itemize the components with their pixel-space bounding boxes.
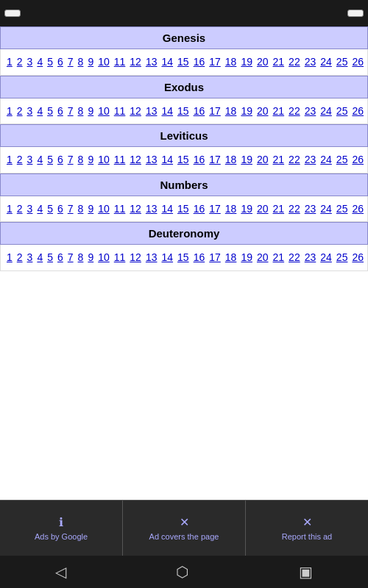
chapter-link[interactable]: 12 — [130, 105, 141, 117]
chapter-link[interactable]: 19 — [241, 56, 252, 68]
chapter-link[interactable]: 20 — [257, 105, 269, 117]
chapter-link[interactable]: 10 — [98, 251, 110, 263]
chapter-link[interactable]: 13 — [146, 251, 158, 263]
chapter-link[interactable]: 21 — [273, 203, 285, 215]
chapter-link[interactable]: 4 — [37, 56, 43, 68]
chapter-link[interactable]: 20 — [257, 251, 269, 263]
chapter-link[interactable]: 3 — [27, 105, 33, 117]
chapter-link[interactable]: 25 — [336, 154, 348, 165]
chapter-link[interactable]: 1 — [7, 56, 13, 68]
chapter-link[interactable]: 11 — [114, 203, 126, 215]
chapter-link[interactable]: 16 — [194, 203, 205, 215]
chapter-link[interactable]: 14 — [161, 154, 173, 165]
chapter-link[interactable]: 10 — [98, 154, 110, 165]
chapter-link[interactable]: 2 — [17, 56, 23, 68]
chapter-link[interactable]: 24 — [320, 105, 332, 117]
chapter-link[interactable]: 17 — [209, 203, 221, 215]
voice-button[interactable] — [347, 10, 364, 17]
chapter-link[interactable]: 13 — [146, 203, 158, 215]
chapter-link[interactable]: 17 — [209, 251, 221, 263]
chapter-link[interactable]: 17 — [209, 154, 221, 165]
chapter-link[interactable]: 6 — [57, 203, 63, 215]
chapter-link[interactable]: 19 — [241, 203, 252, 215]
chapter-link[interactable]: 18 — [225, 154, 237, 165]
chapter-link[interactable]: 16 — [194, 154, 205, 165]
chapter-link[interactable]: 6 — [57, 251, 63, 263]
chapter-link[interactable]: 26 — [352, 251, 364, 263]
chapter-link[interactable]: 24 — [320, 56, 332, 68]
chapter-link[interactable]: 1 — [7, 203, 13, 215]
chapter-link[interactable]: 20 — [257, 56, 269, 68]
chapter-link[interactable]: 1 — [7, 154, 13, 165]
chapter-link[interactable]: 12 — [130, 203, 141, 215]
chapter-link[interactable]: 9 — [88, 105, 93, 117]
chapter-link[interactable]: 12 — [130, 154, 141, 165]
chapter-link[interactable]: 26 — [352, 56, 364, 68]
chapter-link[interactable]: 23 — [305, 56, 316, 68]
chapter-link[interactable]: 22 — [289, 56, 300, 68]
chapter-link[interactable]: 7 — [68, 203, 74, 215]
ad-section-0[interactable]: ℹAds by Google — [0, 501, 123, 556]
chapter-link[interactable]: 21 — [273, 154, 285, 165]
chapter-link[interactable]: 7 — [68, 154, 74, 165]
chapter-link[interactable]: 3 — [27, 154, 33, 165]
chapter-link[interactable]: 13 — [146, 154, 158, 165]
chapter-link[interactable]: 10 — [98, 203, 110, 215]
ad-section-2[interactable]: ✕Report this ad — [246, 501, 368, 556]
chapter-link[interactable]: 25 — [336, 251, 348, 263]
chapter-link[interactable]: 23 — [305, 154, 316, 165]
chapter-link[interactable]: 21 — [273, 105, 285, 117]
chapter-link[interactable]: 17 — [209, 56, 221, 68]
chapter-link[interactable]: 8 — [78, 56, 84, 68]
chapter-link[interactable]: 23 — [305, 105, 316, 117]
chapter-link[interactable]: 18 — [225, 251, 237, 263]
chapter-link[interactable]: 11 — [114, 56, 126, 68]
chapter-link[interactable]: 23 — [305, 251, 316, 263]
chapter-link[interactable]: 15 — [177, 105, 189, 117]
chapter-link[interactable]: 15 — [177, 203, 189, 215]
chapter-link[interactable]: 7 — [68, 105, 74, 117]
chapter-link[interactable]: 1 — [7, 105, 13, 117]
chapter-link[interactable]: 3 — [27, 203, 33, 215]
ad-section-1[interactable]: ✕Ad covers the page — [123, 501, 246, 556]
recents-nav-button[interactable]: ▣ — [284, 559, 328, 585]
chapter-link[interactable]: 11 — [114, 154, 126, 165]
chapter-link[interactable]: 14 — [161, 105, 173, 117]
chapter-link[interactable]: 19 — [241, 154, 252, 165]
chapter-link[interactable]: 5 — [47, 154, 53, 165]
chapter-link[interactable]: 8 — [78, 105, 84, 117]
chapter-link[interactable]: 2 — [17, 251, 23, 263]
chapter-link[interactable]: 13 — [146, 105, 158, 117]
chapter-link[interactable]: 8 — [78, 251, 84, 263]
chapter-link[interactable]: 21 — [273, 251, 285, 263]
chapter-link[interactable]: 18 — [225, 56, 237, 68]
chapter-link[interactable]: 9 — [88, 251, 93, 263]
chapter-link[interactable]: 20 — [257, 154, 269, 165]
chapter-link[interactable]: 10 — [98, 105, 110, 117]
chapter-link[interactable]: 9 — [88, 203, 93, 215]
chapter-link[interactable]: 10 — [98, 56, 110, 68]
chapter-link[interactable]: 22 — [289, 251, 300, 263]
chapter-link[interactable]: 25 — [336, 56, 348, 68]
chapter-link[interactable]: 16 — [194, 105, 205, 117]
chapter-link[interactable]: 19 — [241, 105, 252, 117]
chapter-link[interactable]: 16 — [194, 56, 205, 68]
chapter-link[interactable]: 1 — [7, 251, 13, 263]
chapter-link[interactable]: 24 — [320, 154, 332, 165]
chapter-link[interactable]: 26 — [352, 154, 364, 165]
chapter-link[interactable]: 25 — [336, 203, 348, 215]
chapter-link[interactable]: 22 — [289, 154, 300, 165]
share-button[interactable] — [4, 10, 21, 17]
chapter-link[interactable]: 26 — [352, 203, 364, 215]
chapter-link[interactable]: 20 — [257, 203, 269, 215]
chapter-link[interactable]: 6 — [57, 56, 63, 68]
chapter-link[interactable]: 5 — [47, 203, 53, 215]
chapter-link[interactable]: 5 — [47, 105, 53, 117]
chapter-link[interactable]: 4 — [37, 154, 43, 165]
chapter-link[interactable]: 24 — [320, 203, 332, 215]
chapter-link[interactable]: 25 — [336, 105, 348, 117]
chapter-link[interactable]: 21 — [273, 56, 285, 68]
chapter-link[interactable]: 23 — [305, 203, 316, 215]
chapter-link[interactable]: 6 — [57, 105, 63, 117]
chapter-link[interactable]: 14 — [161, 56, 173, 68]
